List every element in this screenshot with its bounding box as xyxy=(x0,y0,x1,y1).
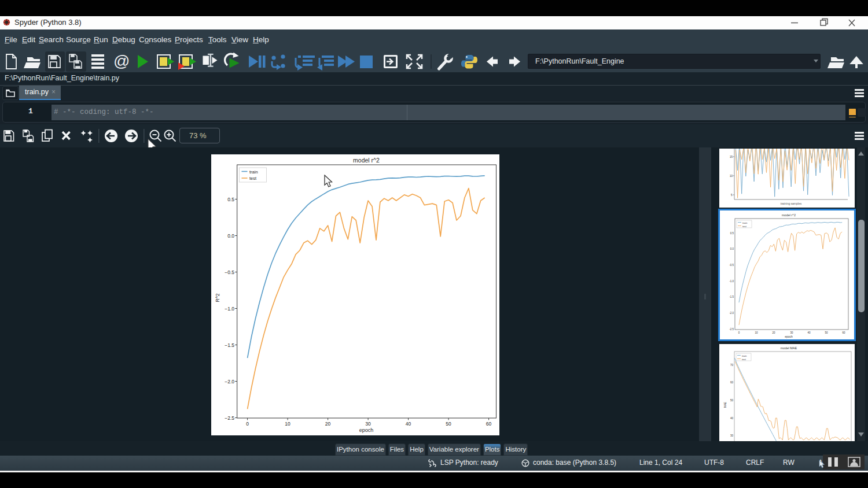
svg-text:test: test xyxy=(249,176,257,181)
svg-text:training samples: training samples xyxy=(781,202,802,205)
svg-text:test: test xyxy=(742,358,746,361)
svg-text:0: 0 xyxy=(246,421,249,427)
svg-text:30: 30 xyxy=(730,434,734,437)
svg-text:R^2: R^2 xyxy=(215,293,220,302)
svg-text:0.0: 0.0 xyxy=(730,247,734,250)
svg-text:10: 10 xyxy=(755,331,758,334)
svg-text:70: 70 xyxy=(730,364,734,367)
svg-text:20: 20 xyxy=(772,331,775,334)
svg-text:20: 20 xyxy=(325,421,331,427)
svg-text:50: 50 xyxy=(825,331,828,334)
svg-text:40: 40 xyxy=(730,417,734,420)
svg-text:60: 60 xyxy=(486,421,492,427)
svg-text:model r^2: model r^2 xyxy=(353,157,380,164)
svg-text:60: 60 xyxy=(842,331,845,334)
svg-text:10: 10 xyxy=(730,175,733,178)
svg-text:−2.5: −2.5 xyxy=(225,415,234,421)
svg-text:40: 40 xyxy=(807,331,811,334)
svg-text:−1.5: −1.5 xyxy=(225,342,234,348)
svg-text:40: 40 xyxy=(406,421,411,427)
svg-text:0.5: 0.5 xyxy=(730,232,734,235)
svg-text:−0.5: −0.5 xyxy=(225,269,234,275)
svg-text:60: 60 xyxy=(730,381,734,384)
svg-text:-0.5: -0.5 xyxy=(729,264,734,267)
svg-text:−2.0: −2.0 xyxy=(225,379,234,385)
svg-text:MAE: MAE xyxy=(724,402,727,408)
svg-text:@: @ xyxy=(113,52,130,70)
svg-text:train: train xyxy=(742,221,748,224)
svg-text:model r^2: model r^2 xyxy=(782,213,796,217)
svg-text:50: 50 xyxy=(446,421,451,427)
svg-text:train: train xyxy=(742,354,747,357)
svg-text:model MAE: model MAE xyxy=(781,346,797,350)
svg-text:30: 30 xyxy=(365,421,371,427)
svg-text:epoch: epoch xyxy=(359,427,374,433)
svg-text:0.5: 0.5 xyxy=(227,197,234,202)
svg-text:-2.0: -2.0 xyxy=(729,312,734,315)
svg-text:train: train xyxy=(249,169,258,175)
svg-text:-2.5: -2.5 xyxy=(729,328,734,331)
svg-text:epoch: epoch xyxy=(785,335,793,338)
svg-text:15: 15 xyxy=(730,156,733,158)
svg-text:-1.0: -1.0 xyxy=(729,280,734,283)
svg-text:−1.0: −1.0 xyxy=(225,306,234,312)
svg-text:test: test xyxy=(742,225,747,228)
svg-text:-1.5: -1.5 xyxy=(729,295,734,298)
svg-text:30: 30 xyxy=(790,331,793,334)
svg-text:0.0: 0.0 xyxy=(227,233,234,239)
svg-text:10: 10 xyxy=(285,421,290,427)
svg-text:50: 50 xyxy=(730,399,734,402)
